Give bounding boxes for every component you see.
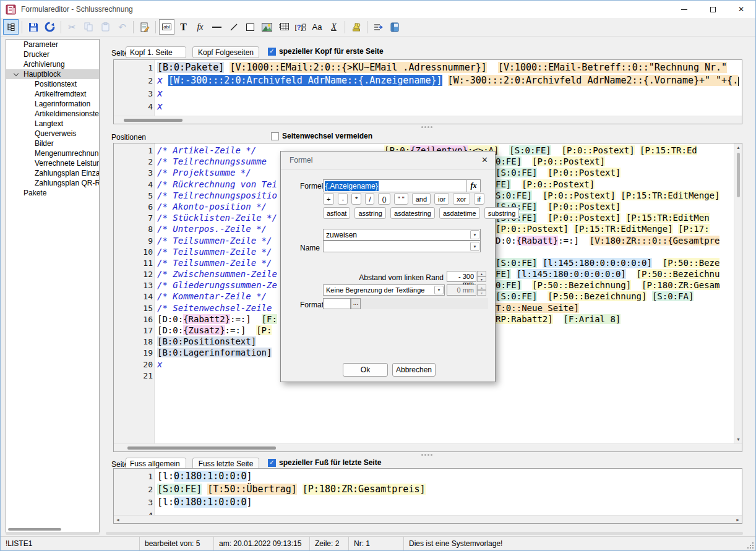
sidebar-item-zahlungsplan-einzahlu[interactable]: Zahlungsplan Einzahlu [6, 168, 99, 178]
code-line-1[interactable]: 1[B:0:Pakete] [V:1000::EMail:2:0::{>KU~E… [114, 61, 742, 74]
left-margin-input[interactable]: - 300 mm [447, 271, 476, 282]
book-button[interactable] [387, 19, 403, 35]
formula-op-and[interactable]: and [412, 193, 431, 205]
sidebar-item-hauptblock[interactable]: Hauptblock [6, 69, 99, 79]
cancel-button[interactable]: Abbrechen [392, 363, 436, 377]
formula-op-symbol[interactable]: " " [394, 193, 408, 205]
section-splitter[interactable] [421, 454, 435, 456]
sidebar-item-artikeldimensionstext[interactable]: Artikeldimensionstext [6, 109, 99, 119]
table-button[interactable] [276, 19, 291, 35]
formula-op-symbol[interactable]: () [378, 193, 390, 205]
chevron-down-icon[interactable] [14, 71, 19, 76]
code-line-4[interactable]: 4x [114, 100, 742, 113]
format-browse-button[interactable]: ... [351, 298, 361, 309]
formula-button[interactable]: fx [192, 19, 208, 35]
rectangle-button[interactable] [243, 19, 258, 35]
sidebar-item-verrechnete-leistunge[interactable]: Verrechnete Leistunge [6, 158, 99, 168]
sidebar-item-drucker[interactable]: Drucker [6, 49, 99, 59]
code-line-2[interactable]: 2x [W:-300:::2:0:Archivfeld AdrName::{.A… [114, 74, 742, 87]
formula-op-symbol[interactable]: + [323, 193, 334, 205]
code-line-3[interactable]: 3x [114, 87, 742, 100]
image-button[interactable] [259, 19, 275, 35]
tree-view-button[interactable] [3, 19, 19, 35]
cut-button[interactable]: ✂ [64, 19, 80, 35]
sidebar-item-archivierung[interactable]: Archivierung [6, 59, 99, 69]
sidebar-item-lagerinformation[interactable]: Lagerinformation [6, 99, 99, 109]
sidebar-item-parameter[interactable]: Parameter [6, 40, 99, 49]
sidebar-item-querverweis[interactable]: Querverweis [6, 129, 99, 139]
footer-last-page-checkbox[interactable]: ✓ [268, 459, 276, 467]
footer-hscrollbar[interactable]: ◄ ► [114, 515, 742, 523]
header-editor[interactable]: 1[B:0:Pakete] [V:1000::EMail:2:0::{>KU~E… [113, 59, 742, 124]
formula-op-asfloat[interactable]: asfloat [323, 207, 350, 219]
cross-out-button[interactable]: X [326, 19, 341, 35]
stamp-button[interactable] [348, 19, 364, 35]
header-first-page-checkbox[interactable]: ✓ [268, 48, 276, 56]
tab-kopf-folgeseiten[interactable]: Kopf Folgeseiten [192, 46, 259, 58]
header-hscroll-thumb[interactable] [124, 119, 183, 122]
sidebar-item-zahlungsplan-qr-rec[interactable]: Zahlungsplan QR-Rec [6, 178, 99, 188]
scroll-left-icon[interactable]: ◄ [114, 516, 122, 524]
sidebar-item-langtext[interactable]: Langtext [6, 119, 99, 129]
tab-kopf-1-seite[interactable]: Kopf 1. Seite [126, 46, 186, 58]
positions-vscrollbar[interactable]: ▲ ▼ [734, 143, 742, 443]
formel-input[interactable]: {.Anzeigename} fx [323, 179, 481, 192]
edit-form-button[interactable] [137, 19, 152, 35]
formula-op-symbol[interactable]: - [338, 193, 348, 205]
sidebar-item-artikelfremdtext[interactable]: Artikelfremdtext [6, 89, 99, 99]
copy-button[interactable] [81, 19, 97, 35]
paste-button[interactable] [98, 19, 113, 35]
text-length-dropdown[interactable]: Keine Begrenzung der Textlänge ▼ [323, 284, 445, 296]
formula-op-symbol[interactable]: * [351, 193, 361, 205]
sidebar-item-bilder[interactable]: Bilder [6, 139, 99, 148]
code-line-3[interactable]: 3[l:0:180:1:0:0:0] [114, 496, 742, 509]
maximize-button[interactable] [698, 1, 727, 18]
ok-button[interactable]: Ok [343, 363, 388, 377]
header-hscrollbar[interactable] [114, 116, 742, 124]
formula-op-asdatetime[interactable]: asdatetime [439, 207, 480, 219]
positions-hscroll-thumb[interactable] [127, 446, 276, 450]
formula-op-if[interactable]: if [474, 193, 485, 205]
formula-op-asstring[interactable]: asstring [354, 207, 386, 219]
label-field-button[interactable]: abl [159, 19, 174, 35]
code-line-2[interactable]: 2[S:0:FE] [T:50::Übertrag] [P:180:ZR:Ges… [114, 483, 742, 496]
horizontal-line-button[interactable] [209, 19, 225, 35]
left-margin-spinner[interactable]: ▲ ▼ [477, 271, 486, 282]
sidebar-hscrollbar[interactable] [6, 528, 100, 531]
formula-op-asdatestring[interactable]: asdatestring [390, 207, 435, 219]
scroll-up-icon[interactable]: ▲ [734, 143, 742, 152]
format-input[interactable] [323, 298, 351, 309]
sidebar-item-mengenumrechnunge[interactable]: Mengenumrechnunge [6, 148, 99, 158]
positions-vscroll-thumb[interactable] [737, 153, 740, 197]
code-line-1[interactable]: 1[l:0:180:1:0:0:0] [114, 470, 742, 483]
formula-op-xor[interactable]: xor [453, 193, 470, 205]
formula-op-ior[interactable]: ior [434, 193, 449, 205]
formula-op-substring[interactable]: substring [484, 207, 520, 219]
scroll-down-icon[interactable]: ▼ [734, 435, 742, 443]
undo-button[interactable]: ↶ [114, 19, 130, 35]
page-break-checkbox[interactable] [271, 132, 279, 140]
dialog-close-icon[interactable]: ✕ [481, 155, 488, 164]
positions-hscrollbar[interactable] [114, 443, 742, 451]
resize-grip[interactable] [747, 542, 754, 549]
formula-editor-icon[interactable]: fx [466, 180, 480, 192]
scroll-right-icon[interactable]: ► [734, 516, 742, 524]
jump-button[interactable] [371, 19, 386, 35]
sidebar-item-positionstext[interactable]: Positionstext [6, 79, 99, 89]
reload-button[interactable] [42, 19, 58, 35]
minimize-button[interactable] [670, 1, 698, 18]
sidebar-item-label: Archivierung [24, 60, 65, 69]
diagonal-line-button[interactable] [226, 19, 241, 35]
formula-op-symbol[interactable]: / [365, 193, 374, 205]
condition-button[interactable]: [?] [293, 19, 308, 35]
sidebar-item-pakete[interactable]: Pakete [6, 188, 99, 198]
font-button[interactable]: Aa [309, 19, 325, 35]
close-button[interactable]: ✕ [727, 1, 755, 18]
name-dropdown[interactable]: ▼ [323, 241, 481, 252]
text-button[interactable]: T [176, 19, 191, 35]
assign-dropdown[interactable]: zuweisen ▼ [323, 229, 481, 241]
section-splitter[interactable] [421, 126, 435, 129]
save-button[interactable] [25, 19, 41, 35]
sidebar-hscroll-thumb[interactable] [8, 528, 61, 531]
footer-editor[interactable]: 1[l:0:180:1:0:0:0]2[S:0:FE] [T:50::Übert… [113, 468, 742, 524]
